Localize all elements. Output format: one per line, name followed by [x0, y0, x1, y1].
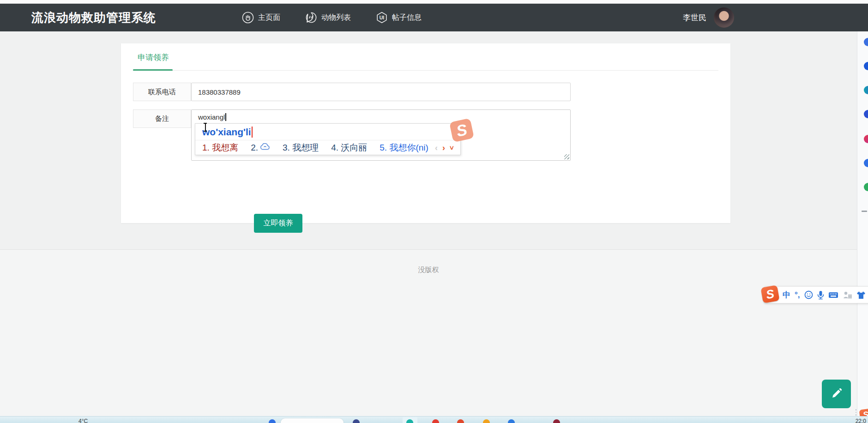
sidebar-collapse-handle[interactable] [862, 211, 867, 212]
paw-hand-icon [242, 12, 254, 24]
sogou-ime-popup: wo'xiang'li 1. 我想离 2. 3. 我想理 4. 沃向丽 5. 我… [195, 123, 461, 155]
nav-item-home[interactable]: 主页面 [242, 12, 280, 24]
taskbar-app-icon[interactable] [483, 419, 490, 423]
phone-row: 联系电话 [133, 83, 571, 101]
taskbar-app-icon[interactable] [457, 419, 464, 423]
page-top-strip [0, 0, 868, 4]
ime-candidate-2[interactable]: 2. [251, 143, 270, 153]
ime-composition-text: wo'xiang'li [202, 127, 251, 138]
textarea-resize-handle[interactable] [564, 154, 569, 159]
punctuation-toggle[interactable]: °, [795, 290, 800, 300]
edit-fab-button[interactable] [822, 380, 851, 408]
ime-candidate-5[interactable]: 5. 我想你(ni) [380, 142, 428, 154]
user-area: 李世民 [683, 4, 734, 31]
nav-item-posts[interactable]: UI 帖子信息 [376, 12, 422, 24]
taskbar-app-icon[interactable] [553, 419, 560, 423]
chat-bubble-icon [305, 12, 317, 24]
main-nav: 主页面 动物列表 UI 帖子信息 [242, 4, 422, 31]
tab-active-underline [133, 69, 173, 71]
svg-text:UI: UI [380, 15, 385, 20]
ime-expand-icon[interactable]: ˅ [450, 144, 454, 152]
tab-bar: 申请领养 [133, 43, 718, 71]
voice-input-icon[interactable] [817, 290, 824, 300]
skin-tshirt-icon[interactable] [856, 291, 866, 299]
soft-keyboard-icon[interactable] [828, 291, 838, 299]
nav-item-animal-list[interactable]: 动物列表 [305, 12, 351, 24]
sidebar-app-icon[interactable] [864, 86, 868, 94]
emoji-icon[interactable] [804, 290, 813, 299]
tab-apply-adoption[interactable]: 申请领养 [133, 43, 174, 70]
app-header: 流浪动物救助管理系统 主页面 动物列表 UI 帖子信息 李世民 [0, 4, 868, 31]
text-caret [225, 113, 226, 121]
ime-candidate-1[interactable]: 1. 我想离 [202, 142, 238, 154]
taskbar: 4°C 22:0 [0, 416, 868, 423]
taskbar-app-icon[interactable] [353, 419, 360, 423]
app-title: 流浪动物救助管理系统 [31, 4, 156, 31]
ime-composition-row: wo'xiang'li [195, 124, 460, 140]
taskbar-clock[interactable]: 22:0 [856, 418, 866, 423]
ui-hexagon-icon: UI [376, 12, 388, 24]
user-name: 李世民 [683, 12, 706, 23]
ime-candidate-3[interactable]: 3. 我想理 [283, 142, 319, 154]
taskbar-app-icon[interactable] [269, 419, 276, 423]
ime-pager: ‹ › ˅ [435, 143, 454, 153]
avatar[interactable] [714, 7, 734, 28]
footer: 没版权 [0, 249, 857, 416]
right-edge-sidebar [857, 31, 868, 416]
sidebar-app-icon[interactable] [864, 159, 868, 167]
remark-label: 备注 [133, 109, 191, 128]
tab-label: 申请领养 [138, 52, 169, 63]
taskbar-search-pill[interactable] [281, 418, 344, 423]
chinese-mode-toggle[interactable]: 中 [783, 290, 790, 300]
copyright-text: 没版权 [0, 266, 857, 274]
cloud-emoji-icon [260, 143, 270, 153]
phone-input[interactable] [191, 83, 571, 101]
sidebar-app-icon[interactable] [864, 110, 868, 118]
nav-item-label: 帖子信息 [392, 13, 422, 23]
nav-item-label: 主页面 [258, 13, 280, 23]
taskbar-app-icon[interactable] [406, 419, 413, 423]
adopt-now-button[interactable]: 立即领养 [254, 214, 302, 233]
phone-label: 联系电话 [133, 83, 191, 101]
taskbar-weather[interactable]: 4°C [78, 418, 88, 423]
user-lexicon-icon[interactable] [843, 291, 852, 299]
taskbar-app-icon[interactable] [432, 419, 439, 423]
ime-candidate-row: 1. 我想离 2. 3. 我想理 4. 沃向丽 5. 我想你(ni) ‹ › ˅ [195, 140, 460, 155]
ime-candidate-4[interactable]: 4. 沃向丽 [331, 142, 367, 154]
sogou-logo-icon[interactable]: S [760, 285, 779, 303]
sidebar-app-icon[interactable] [864, 135, 868, 143]
ime-caret [252, 127, 253, 138]
sidebar-app-icon[interactable] [864, 62, 868, 70]
taskbar-app-icon[interactable] [508, 419, 515, 423]
sidebar-app-icon[interactable] [864, 183, 868, 191]
sidebar-app-icon[interactable] [864, 38, 868, 46]
sogou-toolbar: S 中 °, [764, 286, 868, 303]
ime-next-page-icon[interactable]: › [442, 143, 445, 153]
nav-item-label: 动物列表 [321, 13, 351, 23]
remark-text: woxiangl [198, 113, 225, 121]
ime-prev-page-icon[interactable]: ‹ [435, 143, 438, 153]
pencil-icon [831, 387, 843, 401]
